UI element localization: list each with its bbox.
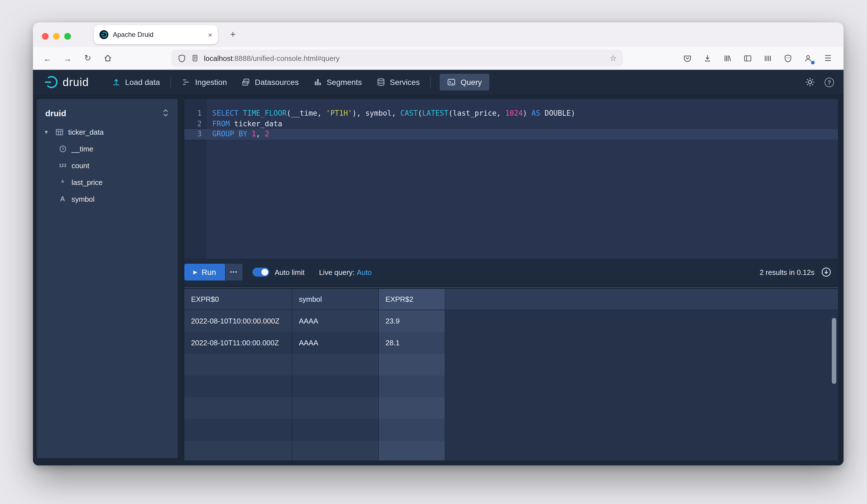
results-cell[interactable] bbox=[379, 419, 445, 441]
sql-editor[interactable]: 1SELECT TIME_FLOOR(__time, 'PT1H'), symb… bbox=[184, 99, 838, 259]
run-more-button[interactable]: ••• bbox=[225, 264, 242, 280]
extension-shield-icon[interactable] bbox=[779, 50, 796, 66]
zoom-window-button[interactable] bbox=[64, 33, 71, 40]
results-cell[interactable] bbox=[292, 419, 379, 441]
bookmark-star-icon[interactable]: ☆ bbox=[610, 54, 617, 63]
results-cell[interactable]: AAAA bbox=[292, 310, 379, 332]
nav-load-data[interactable]: Load data bbox=[105, 70, 167, 94]
results-cell[interactable] bbox=[184, 441, 292, 460]
highlights-icon[interactable] bbox=[759, 50, 776, 66]
results-cell[interactable] bbox=[379, 375, 445, 397]
nav-label: Query bbox=[461, 78, 482, 87]
forward-button[interactable]: → bbox=[59, 50, 76, 66]
results-cell[interactable] bbox=[184, 375, 292, 397]
url-bar[interactable]: localhost:8888/unified-console.html#quer… bbox=[171, 50, 623, 66]
line-number: 1 bbox=[184, 108, 207, 119]
run-button-group: ▶ Run ••• bbox=[184, 264, 242, 280]
results-cell[interactable] bbox=[292, 375, 379, 397]
results-cell[interactable]: 2022-08-10T10:00:00.000Z bbox=[184, 310, 292, 332]
help-icon[interactable]: ? bbox=[825, 77, 834, 87]
tree-item-last-price-column[interactable]: * last_price bbox=[37, 174, 178, 191]
profile-icon[interactable] bbox=[800, 50, 816, 66]
results-empty-row[interactable] bbox=[184, 419, 445, 441]
results-cell[interactable]: 28.1 bbox=[379, 332, 445, 354]
browser-window: Apache Druid × + ← → ↻ bbox=[33, 22, 844, 465]
results-cell[interactable] bbox=[292, 354, 379, 375]
editor-line[interactable]: 2FROM ticker_data bbox=[184, 119, 838, 129]
window-controls bbox=[42, 33, 71, 40]
nav-segments[interactable]: Segments bbox=[306, 70, 369, 94]
live-query-control[interactable]: Live query:Auto bbox=[319, 268, 372, 276]
tree-item-count-column[interactable]: 123 count bbox=[37, 157, 178, 174]
results-empty-row[interactable] bbox=[184, 354, 445, 375]
close-window-button[interactable] bbox=[42, 33, 49, 40]
minimize-window-button[interactable] bbox=[53, 33, 60, 40]
sql-token bbox=[238, 109, 243, 117]
chevron-down-icon[interactable]: ▾ bbox=[45, 128, 50, 136]
results-empty-row[interactable] bbox=[184, 375, 445, 397]
druid-favicon-icon bbox=[99, 30, 108, 39]
library-icon[interactable] bbox=[719, 50, 736, 66]
home-button[interactable] bbox=[99, 50, 116, 66]
results-cell[interactable]: 2022-08-10T11:00:00.000Z bbox=[184, 332, 292, 354]
tracking-shield-icon[interactable] bbox=[178, 54, 186, 62]
tree-item-datasource[interactable]: ▾ ticker_data bbox=[37, 124, 178, 140]
editor-line[interactable]: 3GROUP BY 1, 2 bbox=[184, 129, 838, 139]
results-cell[interactable] bbox=[184, 354, 292, 375]
live-query-value[interactable]: Auto bbox=[357, 268, 372, 276]
schema-header: druid bbox=[37, 102, 178, 124]
results-scrollbar-thumb[interactable] bbox=[832, 318, 836, 384]
auto-limit-toggle[interactable] bbox=[252, 268, 269, 277]
column-header[interactable]: EXPR$2 bbox=[379, 289, 445, 310]
services-icon bbox=[376, 78, 385, 87]
results-cell[interactable] bbox=[184, 397, 292, 419]
column-header[interactable]: EXPR$0 bbox=[184, 289, 292, 310]
results-cell[interactable] bbox=[379, 441, 445, 460]
reload-button[interactable]: ↻ bbox=[79, 50, 96, 66]
browser-toolbar: ← → ↻ localhost:8888/unified-console.htm… bbox=[33, 47, 844, 70]
results-cell[interactable]: AAAA bbox=[292, 332, 379, 354]
download-results-icon[interactable] bbox=[821, 267, 831, 277]
sql-token: (__time, bbox=[287, 109, 326, 117]
column-header[interactable]: symbol bbox=[292, 289, 379, 310]
nav-query-active[interactable]: Query bbox=[440, 74, 489, 90]
results-empty-row[interactable] bbox=[184, 441, 445, 460]
page-info-icon[interactable] bbox=[191, 54, 199, 62]
results-row[interactable]: 2022-08-10T11:00:00.000ZAAAA28.1 bbox=[184, 332, 445, 354]
results-divider bbox=[184, 287, 838, 288]
results-cell[interactable] bbox=[379, 354, 445, 375]
new-tab-button[interactable]: + bbox=[225, 27, 241, 42]
sql-token: ), symbol, bbox=[352, 109, 400, 117]
back-button[interactable]: ← bbox=[39, 50, 56, 66]
editor-line[interactable]: 1SELECT TIME_FLOOR(__time, 'PT1H'), symb… bbox=[184, 108, 838, 119]
schema-sidebar: druid ▾ ticker_data __time bbox=[37, 99, 178, 458]
browser-tab[interactable]: Apache Druid × bbox=[94, 25, 218, 44]
query-console-icon bbox=[447, 78, 456, 87]
ingestion-icon bbox=[182, 78, 191, 87]
close-tab-icon[interactable]: × bbox=[208, 31, 212, 39]
nav-ingestion[interactable]: Ingestion bbox=[174, 70, 234, 94]
segments-icon bbox=[313, 78, 322, 87]
settings-gear-icon[interactable] bbox=[805, 77, 815, 87]
tree-item-time-column[interactable]: __time bbox=[37, 140, 178, 157]
desktop: Apache Druid × + ← → ↻ bbox=[0, 0, 867, 504]
pocket-icon[interactable] bbox=[679, 50, 696, 66]
nav-datasources[interactable]: Datasources bbox=[234, 70, 306, 94]
results-cell[interactable] bbox=[184, 419, 292, 441]
live-query-label: Live query: bbox=[319, 268, 354, 276]
downloads-icon[interactable] bbox=[699, 50, 716, 66]
run-button[interactable]: ▶ Run bbox=[184, 264, 225, 280]
double-caret-sort-icon[interactable] bbox=[162, 108, 169, 117]
menu-icon[interactable]: ☰ bbox=[820, 50, 836, 66]
tree-item-symbol-column[interactable]: A symbol bbox=[37, 191, 178, 207]
druid-logo[interactable]: druid bbox=[44, 76, 89, 88]
results-cell[interactable] bbox=[292, 397, 379, 419]
tree-label: last_price bbox=[72, 178, 103, 186]
results-cell[interactable] bbox=[379, 397, 445, 419]
results-row[interactable]: 2022-08-10T10:00:00.000ZAAAA23.9 bbox=[184, 310, 445, 332]
results-cell[interactable]: 23.9 bbox=[379, 310, 445, 332]
sidebars-icon[interactable] bbox=[739, 50, 756, 66]
nav-services[interactable]: Services bbox=[369, 70, 427, 94]
results-cell[interactable] bbox=[292, 441, 379, 460]
results-empty-row[interactable] bbox=[184, 397, 445, 419]
